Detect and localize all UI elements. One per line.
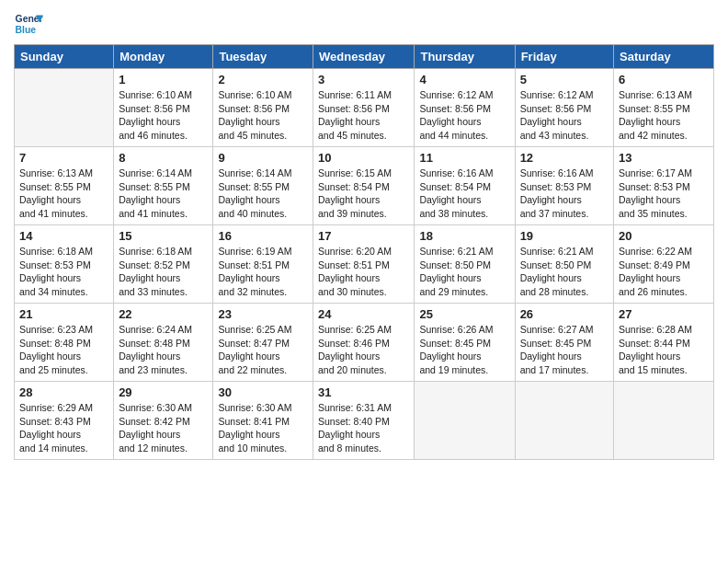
day-info: Sunrise: 6:18 AM Sunset: 8:52 PM Dayligh…	[119, 245, 208, 299]
day-number: 30	[218, 385, 308, 399]
day-info: Sunrise: 6:30 AM Sunset: 8:42 PM Dayligh…	[119, 401, 208, 455]
day-cell: 24 Sunrise: 6:25 AM Sunset: 8:46 PM Dayl…	[313, 304, 415, 382]
day-cell: 31 Sunrise: 6:31 AM Sunset: 8:40 PM Dayl…	[313, 382, 415, 460]
day-number: 29	[119, 385, 208, 399]
day-number: 27	[619, 307, 709, 321]
day-info: Sunrise: 6:14 AM Sunset: 8:55 PM Dayligh…	[218, 167, 308, 221]
day-info: Sunrise: 6:19 AM Sunset: 8:51 PM Dayligh…	[218, 245, 308, 299]
day-number: 24	[318, 307, 409, 321]
day-cell	[515, 382, 613, 460]
day-number: 31	[318, 385, 409, 399]
day-cell: 16 Sunrise: 6:19 AM Sunset: 8:51 PM Dayl…	[213, 225, 313, 304]
day-cell: 28 Sunrise: 6:29 AM Sunset: 8:43 PM Dayl…	[15, 382, 114, 460]
day-cell: 26 Sunrise: 6:27 AM Sunset: 8:45 PM Dayl…	[515, 304, 613, 382]
day-info: Sunrise: 6:24 AM Sunset: 8:48 PM Dayligh…	[119, 323, 208, 377]
calendar-container: General Blue SundayMondayTuesdayWednesda…	[0, 0, 728, 474]
weekday-wednesday: Wednesday	[313, 45, 415, 69]
day-number: 19	[520, 229, 609, 243]
day-number: 23	[218, 307, 308, 321]
day-info: Sunrise: 6:30 AM Sunset: 8:41 PM Dayligh…	[218, 401, 308, 455]
day-cell: 8 Sunrise: 6:14 AM Sunset: 8:55 PM Dayli…	[114, 147, 213, 225]
day-cell	[415, 382, 515, 460]
day-info: Sunrise: 6:21 AM Sunset: 8:50 PM Dayligh…	[520, 245, 609, 299]
day-number: 8	[119, 151, 208, 165]
day-number: 16	[218, 229, 308, 243]
day-number: 2	[218, 73, 308, 86]
day-cell: 12 Sunrise: 6:16 AM Sunset: 8:53 PM Dayl…	[515, 147, 613, 225]
day-cell: 5 Sunrise: 6:12 AM Sunset: 8:56 PM Dayli…	[515, 69, 613, 147]
day-cell: 9 Sunrise: 6:14 AM Sunset: 8:55 PM Dayli…	[213, 147, 313, 225]
day-cell: 20 Sunrise: 6:22 AM Sunset: 8:49 PM Dayl…	[614, 225, 714, 304]
day-info: Sunrise: 6:18 AM Sunset: 8:53 PM Dayligh…	[19, 245, 108, 299]
day-info: Sunrise: 6:13 AM Sunset: 8:55 PM Dayligh…	[19, 167, 108, 221]
day-info: Sunrise: 6:10 AM Sunset: 8:56 PM Dayligh…	[119, 88, 208, 143]
week-row-3: 14 Sunrise: 6:18 AM Sunset: 8:53 PM Dayl…	[15, 225, 714, 304]
day-info: Sunrise: 6:12 AM Sunset: 8:56 PM Dayligh…	[520, 88, 609, 143]
weekday-friday: Friday	[515, 45, 613, 69]
week-row-2: 7 Sunrise: 6:13 AM Sunset: 8:55 PM Dayli…	[15, 147, 714, 225]
week-row-4: 21 Sunrise: 6:23 AM Sunset: 8:48 PM Dayl…	[15, 304, 714, 382]
day-number: 17	[318, 229, 409, 243]
day-cell: 30 Sunrise: 6:30 AM Sunset: 8:41 PM Dayl…	[213, 382, 313, 460]
day-number: 9	[218, 151, 308, 165]
weekday-monday: Monday	[114, 45, 213, 69]
day-number: 13	[619, 151, 709, 165]
week-row-1: 1 Sunrise: 6:10 AM Sunset: 8:56 PM Dayli…	[15, 69, 714, 147]
day-cell: 13 Sunrise: 6:17 AM Sunset: 8:53 PM Dayl…	[614, 147, 714, 225]
day-cell: 11 Sunrise: 6:16 AM Sunset: 8:54 PM Dayl…	[415, 147, 515, 225]
day-number: 11	[419, 151, 509, 165]
day-cell: 4 Sunrise: 6:12 AM Sunset: 8:56 PM Dayli…	[415, 69, 515, 147]
day-info: Sunrise: 6:21 AM Sunset: 8:50 PM Dayligh…	[419, 245, 509, 299]
day-info: Sunrise: 6:27 AM Sunset: 8:45 PM Dayligh…	[520, 323, 609, 377]
day-cell: 25 Sunrise: 6:26 AM Sunset: 8:45 PM Dayl…	[415, 304, 515, 382]
day-cell: 15 Sunrise: 6:18 AM Sunset: 8:52 PM Dayl…	[114, 225, 213, 304]
day-info: Sunrise: 6:22 AM Sunset: 8:49 PM Dayligh…	[619, 245, 709, 299]
svg-text:Blue: Blue	[16, 25, 37, 35]
day-info: Sunrise: 6:16 AM Sunset: 8:54 PM Dayligh…	[419, 167, 509, 221]
day-cell: 27 Sunrise: 6:28 AM Sunset: 8:44 PM Dayl…	[614, 304, 714, 382]
day-cell: 19 Sunrise: 6:21 AM Sunset: 8:50 PM Dayl…	[515, 225, 613, 304]
day-number: 6	[619, 73, 709, 86]
day-number: 21	[19, 307, 108, 321]
day-cell: 23 Sunrise: 6:25 AM Sunset: 8:47 PM Dayl…	[213, 304, 313, 382]
day-cell: 6 Sunrise: 6:13 AM Sunset: 8:55 PM Dayli…	[614, 69, 714, 147]
header: General Blue	[14, 9, 714, 39]
day-info: Sunrise: 6:17 AM Sunset: 8:53 PM Dayligh…	[619, 167, 709, 221]
day-info: Sunrise: 6:25 AM Sunset: 8:46 PM Dayligh…	[318, 323, 409, 377]
day-number: 5	[520, 73, 609, 86]
day-cell: 21 Sunrise: 6:23 AM Sunset: 8:48 PM Dayl…	[15, 304, 114, 382]
day-info: Sunrise: 6:10 AM Sunset: 8:56 PM Dayligh…	[218, 88, 308, 143]
day-number: 18	[419, 229, 509, 243]
day-number: 25	[419, 307, 509, 321]
day-number: 14	[19, 229, 108, 243]
day-number: 26	[520, 307, 609, 321]
weekday-saturday: Saturday	[614, 45, 714, 69]
day-number: 1	[119, 73, 208, 86]
day-info: Sunrise: 6:29 AM Sunset: 8:43 PM Dayligh…	[19, 401, 108, 455]
weekday-sunday: Sunday	[15, 45, 114, 69]
day-info: Sunrise: 6:11 AM Sunset: 8:56 PM Dayligh…	[318, 88, 409, 143]
day-number: 4	[419, 73, 509, 86]
day-cell: 22 Sunrise: 6:24 AM Sunset: 8:48 PM Dayl…	[114, 304, 213, 382]
logo: General Blue	[14, 9, 43, 39]
day-number: 12	[520, 151, 609, 165]
day-info: Sunrise: 6:31 AM Sunset: 8:40 PM Dayligh…	[318, 401, 409, 455]
day-cell	[614, 382, 714, 460]
calendar-table: SundayMondayTuesdayWednesdayThursdayFrid…	[14, 44, 714, 460]
weekday-tuesday: Tuesday	[213, 45, 313, 69]
day-cell: 10 Sunrise: 6:15 AM Sunset: 8:54 PM Dayl…	[313, 147, 415, 225]
day-cell: 17 Sunrise: 6:20 AM Sunset: 8:51 PM Dayl…	[313, 225, 415, 304]
day-info: Sunrise: 6:12 AM Sunset: 8:56 PM Dayligh…	[419, 88, 509, 143]
day-cell	[15, 69, 114, 147]
day-info: Sunrise: 6:25 AM Sunset: 8:47 PM Dayligh…	[218, 323, 308, 377]
logo-icon: General Blue	[14, 9, 43, 39]
day-info: Sunrise: 6:20 AM Sunset: 8:51 PM Dayligh…	[318, 245, 409, 299]
day-number: 22	[119, 307, 208, 321]
day-cell: 7 Sunrise: 6:13 AM Sunset: 8:55 PM Dayli…	[15, 147, 114, 225]
day-cell: 2 Sunrise: 6:10 AM Sunset: 8:56 PM Dayli…	[213, 69, 313, 147]
day-info: Sunrise: 6:28 AM Sunset: 8:44 PM Dayligh…	[619, 323, 709, 377]
day-info: Sunrise: 6:15 AM Sunset: 8:54 PM Dayligh…	[318, 167, 409, 221]
day-cell: 3 Sunrise: 6:11 AM Sunset: 8:56 PM Dayli…	[313, 69, 415, 147]
day-info: Sunrise: 6:26 AM Sunset: 8:45 PM Dayligh…	[419, 323, 509, 377]
day-info: Sunrise: 6:14 AM Sunset: 8:55 PM Dayligh…	[119, 167, 208, 221]
